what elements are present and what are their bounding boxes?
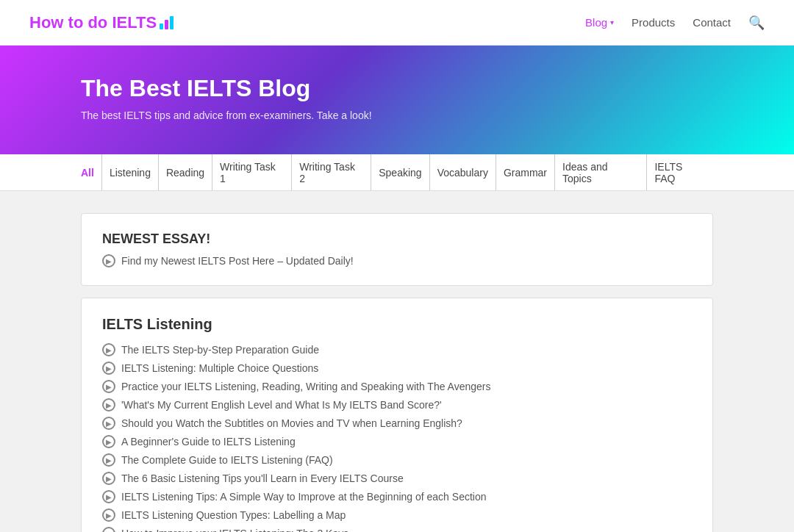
nav-blog[interactable]: Blog ▾ bbox=[585, 16, 614, 29]
list-item[interactable]: ▶The IELTS Step-by-Step Preparation Guid… bbox=[102, 343, 692, 356]
main-content: NEWEST ESSAY! ▶ Find my Newest IELTS Pos… bbox=[0, 191, 794, 532]
chevron-down-icon: ▾ bbox=[610, 18, 614, 26]
cat-nav-item-ideas-and-topics[interactable]: Ideas and Topics bbox=[555, 154, 647, 190]
hero-title: The Best IELTS Blog bbox=[81, 75, 713, 102]
circle-arrow-icon: ▶ bbox=[102, 380, 115, 393]
navbar: How to do IELTS Blog ▾ Products Contact … bbox=[0, 0, 794, 46]
listening-link-list: ▶The IELTS Step-by-Step Preparation Guid… bbox=[102, 343, 692, 532]
cat-nav-item-grammar[interactable]: Grammar bbox=[496, 154, 555, 190]
list-item[interactable]: ▶The 6 Basic Listening Tips you'll Learn… bbox=[102, 472, 692, 485]
newest-essay-card: NEWEST ESSAY! ▶ Find my Newest IELTS Pos… bbox=[81, 213, 713, 286]
cat-nav-item-writing-task-2[interactable]: Writing Task 2 bbox=[292, 154, 371, 190]
listening-section-title: IELTS Listening bbox=[102, 316, 692, 333]
search-button[interactable]: 🔍 bbox=[748, 15, 765, 31]
newest-essay-title: NEWEST ESSAY! bbox=[102, 231, 692, 247]
nav-contact[interactable]: Contact bbox=[693, 16, 731, 29]
circle-arrow-icon: ▶ bbox=[102, 435, 115, 448]
list-item[interactable]: ▶Should you Watch the Subtitles on Movie… bbox=[102, 417, 692, 430]
cat-nav-item-all[interactable]: All bbox=[81, 154, 102, 190]
cat-nav-item-reading[interactable]: Reading bbox=[159, 154, 212, 190]
logo-text: How to do IELTS bbox=[29, 13, 157, 32]
cat-nav-item-listening[interactable]: Listening bbox=[102, 154, 159, 190]
list-item[interactable]: ▶IELTS Listening: Multiple Choice Questi… bbox=[102, 362, 692, 375]
nav-items: Blog ▾ Products Contact 🔍 bbox=[585, 15, 765, 31]
circle-arrow-icon: ▶ bbox=[102, 508, 115, 522]
list-item[interactable]: ▶How to Improve your IELTS Listening: Th… bbox=[102, 527, 692, 532]
circle-arrow-icon: ▶ bbox=[102, 398, 115, 411]
circle-arrow-icon: ▶ bbox=[102, 527, 115, 532]
newest-essay-link[interactable]: ▶ Find my Newest IELTS Post Here – Updat… bbox=[102, 254, 692, 267]
list-item[interactable]: ▶A Beginner's Guide to IELTS Listening bbox=[102, 435, 692, 448]
hero-banner: The Best IELTS Blog The best IELTS tips … bbox=[0, 46, 794, 154]
logo[interactable]: How to do IELTS bbox=[29, 13, 174, 32]
circle-arrow-icon: ▶ bbox=[102, 472, 115, 485]
search-icon: 🔍 bbox=[748, 15, 765, 30]
cat-nav-item-writing-task-1[interactable]: Writing Task 1 bbox=[212, 154, 292, 190]
list-item[interactable]: ▶IELTS Listening Tips: A Simple Way to I… bbox=[102, 490, 692, 503]
list-item[interactable]: ▶'What's My Current English Level and Wh… bbox=[102, 398, 692, 411]
list-item[interactable]: ▶Practice your IELTS Listening, Reading,… bbox=[102, 380, 692, 393]
circle-arrow-icon: ▶ bbox=[102, 362, 115, 375]
hero-subtitle: The best IELTS tips and advice from ex-e… bbox=[81, 109, 713, 121]
circle-arrow-icon: ▶ bbox=[102, 453, 115, 467]
cat-nav-item-speaking[interactable]: Speaking bbox=[371, 154, 429, 190]
circle-arrow-icon: ▶ bbox=[102, 254, 115, 267]
list-item[interactable]: ▶The Complete Guide to IELTS Listening (… bbox=[102, 453, 692, 467]
logo-bars-icon bbox=[160, 16, 174, 29]
circle-arrow-icon: ▶ bbox=[102, 417, 115, 430]
listening-section-card: IELTS Listening ▶The IELTS Step-by-Step … bbox=[81, 298, 713, 532]
list-item[interactable]: ▶IELTS Listening Question Types: Labelli… bbox=[102, 508, 692, 522]
cat-nav-item-ielts-faq[interactable]: IELTS FAQ bbox=[647, 154, 713, 190]
category-nav: AllListeningReadingWriting Task 1Writing… bbox=[0, 154, 794, 191]
circle-arrow-icon: ▶ bbox=[102, 490, 115, 503]
nav-products[interactable]: Products bbox=[632, 16, 675, 29]
circle-arrow-icon: ▶ bbox=[102, 343, 115, 356]
cat-nav-item-vocabulary[interactable]: Vocabulary bbox=[430, 154, 496, 190]
